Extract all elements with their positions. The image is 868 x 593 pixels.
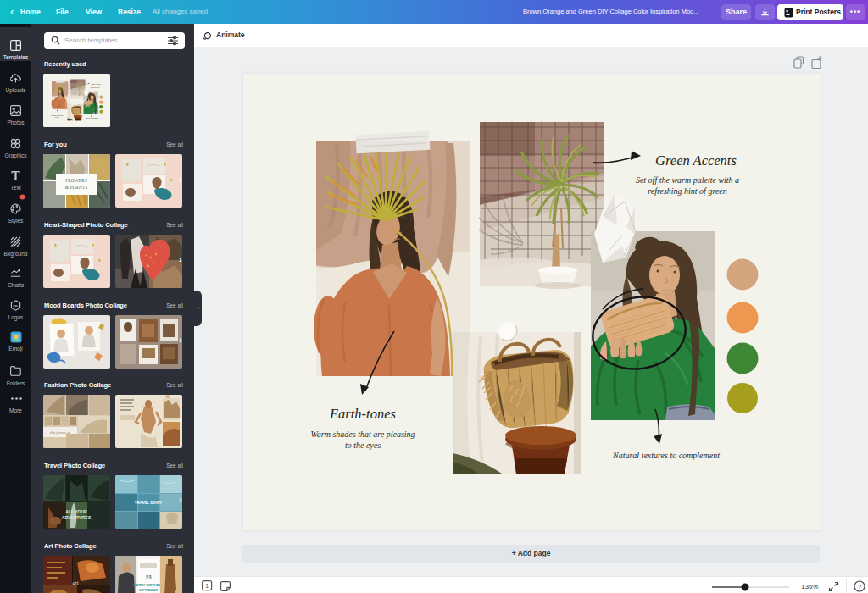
svg-text:?: ? (858, 583, 862, 590)
svg-text:1: 1 (205, 582, 209, 590)
svg-text:co.: co. (13, 303, 18, 308)
